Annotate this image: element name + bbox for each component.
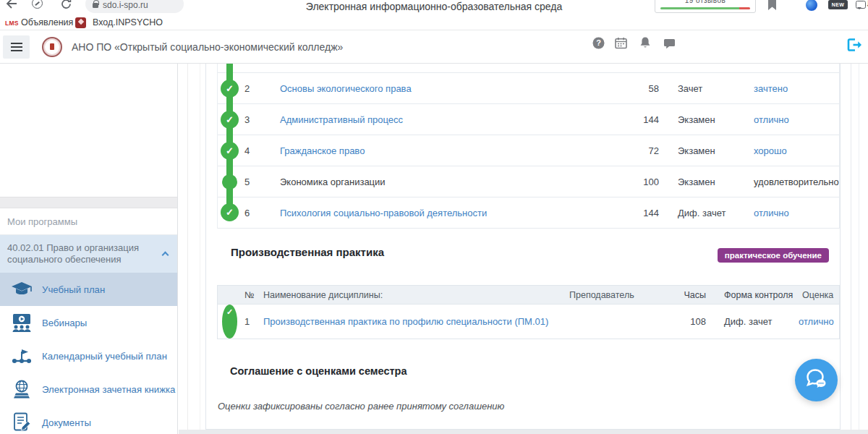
bookmark-inpsycho[interactable]: Вход.INPSYCHO [93,17,163,27]
col-teacher: Преподаватель [569,286,634,305]
table-row: 2 Основы экологического права 58 Зачет з… [218,73,839,104]
support-chat-button[interactable] [795,359,838,401]
row-number: 4 [244,135,250,166]
practice-heading: Производственная практика [231,246,384,258]
discipline-link[interactable]: Административный процесс [280,104,403,135]
content-divider [200,64,200,434]
sidebar-scrollbar[interactable] [187,64,188,434]
grade-link[interactable]: зачтено [754,73,788,104]
sidebar-item-webinars[interactable]: Вебинары [0,306,177,339]
discipline-link[interactable]: Основы экологического права [280,73,412,104]
col-form: Форма контроля [724,286,793,305]
control-form: Диф. зачет [724,305,772,339]
row-number: 2 [244,73,250,104]
browser-chat-icon[interactable] [856,1,866,9]
table-row: 5 Экономика организации 100 Экзамен удов… [218,166,839,197]
document-pencil-icon [9,406,35,434]
hours-value: 58 [608,73,659,104]
sidebar-item-label: Вебинары [42,306,87,339]
sidebar-item-calendar-plan[interactable]: Календарный учебный план [0,339,177,373]
sidebar-item-curriculum[interactable]: Учебный план [0,273,177,306]
check-icon [221,142,239,160]
org-title: АНО ПО «Открытый социально-экономический… [72,41,343,53]
graduation-cap-icon [9,273,35,306]
grade-link[interactable]: отлично [754,197,789,229]
agreement-note: Оценки зафиксированы согласно ранее прин… [218,401,504,412]
hours-value: 108 [655,305,706,339]
control-form: Диф. зачет [678,197,726,229]
sidebar: Мои программы 40.02.01 Право и организац… [0,64,178,434]
hours-value: 144 [608,197,659,229]
sidebar-item-label: Электронная зачетная книжка [42,373,175,406]
practice-table-header: № Наименование дисциплины: Преподаватель… [218,286,839,305]
chevron-up-icon[interactable] [162,252,169,259]
discipline-name: Экономика организации [280,166,386,197]
reviews-label: 19 отзывов [655,0,755,4]
sidebar-item-gradebook[interactable]: Электронная зачетная книжка [0,373,177,406]
hamburger-icon [11,46,22,48]
disciplines-table: 2 Основы экологического права 58 Зачет з… [217,64,840,229]
control-form: Зачет [678,73,702,104]
hours-value: 144 [608,104,659,135]
hours-value: 100 [608,166,659,197]
bookmark-announcements[interactable]: Объявления [21,17,73,27]
table-row: 4 Гражданское право 72 Экзамен хорошо [218,135,839,166]
program-title: 40.02.01 Право и организация социального… [7,242,139,265]
bell-icon[interactable] [639,36,651,52]
discipline-link[interactable]: Гражданское право [280,135,365,166]
webinar-icon [9,306,35,339]
reviews-widget[interactable]: 19 отзывов [655,0,756,13]
crest-icon [75,17,86,28]
milestones-icon [9,339,35,373]
agreement-heading: Соглашение с оценками семестра [230,365,407,377]
discipline-link[interactable]: Производственная практика по профилю спе… [263,305,548,339]
globe-book-icon [9,373,35,406]
col-number: № [244,286,254,305]
calendar-icon[interactable] [615,37,627,52]
help-icon[interactable]: ? [592,37,605,52]
col-discipline: Наименование дисциплины: [263,286,383,305]
menu-button[interactable] [3,35,30,59]
check-icon [221,80,239,98]
row-number: 1 [244,305,250,339]
svg-text:?: ? [596,38,601,47]
check-icon [222,305,237,339]
main-content-card: 2 Основы экологического права 58 Зачет з… [205,64,841,430]
sidebar-item-documents[interactable]: Документы [0,406,177,434]
browser-bar: sdo.i-spo.ru Электронная информационно-о… [0,0,868,16]
col-grade: Оценка [802,286,833,305]
screen: sdo.i-spo.ru Электронная информационно-о… [0,0,868,434]
new-badge[interactable]: NEW [828,0,848,9]
grade-link[interactable]: отлично [754,104,789,135]
page-scrollbar[interactable] [851,64,851,430]
discipline-link[interactable]: Психология социально-правовой деятельнос… [280,197,487,229]
lms-icon: LMS [5,20,19,27]
row-number: 5 [244,166,250,197]
sidebar-section-title: Мои программы [0,208,177,235]
reviews-rating-bar [660,7,750,9]
table-row: 6 Психология социально-правовой деятельн… [218,197,839,229]
row-number: 6 [244,197,250,229]
page-bottom-strip [179,430,868,434]
sidebar-item-label: Календарный учебный план [42,339,167,373]
logout-icon[interactable] [846,38,864,55]
control-form: Экзамен [678,104,715,135]
check-icon [221,111,239,129]
download-icon[interactable]: ⇓ [865,0,868,9]
grade-link[interactable]: хорошо [754,135,787,166]
bookmarks-bar: LMS Объявления Вход.INPSYCHO [0,16,868,30]
sidebar-divider-strip [0,197,177,208]
check-icon [221,203,239,221]
grade-link[interactable]: отлично [799,305,834,339]
control-form: Экзамен [678,166,715,197]
college-logo [42,37,62,57]
practice-badge: практическое обучение [718,248,829,263]
program-header[interactable]: 40.02.01 Право и организация социального… [0,235,177,273]
grade-value: удовлетворительно [754,166,839,197]
col-hours: Часы [655,286,706,305]
table-row: 1 Производственная практика по профилю с… [218,305,839,339]
dot-icon [222,174,237,190]
row-number: 3 [244,104,250,135]
messages-icon[interactable] [663,38,676,52]
practice-table: № Наименование дисциплины: Преподаватель… [217,285,840,339]
